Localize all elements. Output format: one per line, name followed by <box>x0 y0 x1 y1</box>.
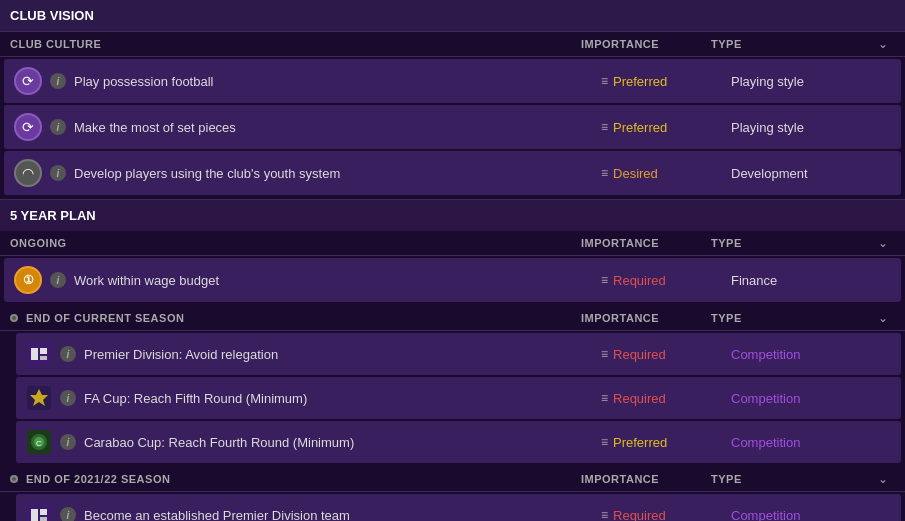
importance-icon-eos-2: ≡ <box>601 391 608 405</box>
type-value-2: Playing style <box>731 120 891 135</box>
info-icon-2[interactable]: i <box>50 119 66 135</box>
importance-value-2021-1: Required <box>613 508 666 522</box>
table-row: i FA Cup: Reach Fifth Round (Minimum) ≡ … <box>16 377 901 419</box>
eos-rows: i Premier Division: Avoid relegation ≡ R… <box>0 333 905 463</box>
svg-rect-2 <box>40 348 47 354</box>
type-header-4: TYPE <box>711 473 871 485</box>
svg-rect-12 <box>40 509 47 515</box>
eos-dot <box>10 314 18 322</box>
info-icon-eos-1[interactable]: i <box>60 346 76 362</box>
row-label-1: Play possession football <box>74 74 601 89</box>
chevron-4[interactable]: ⌄ <box>871 472 895 486</box>
svg-rect-10 <box>27 503 51 521</box>
info-icon-eos-3[interactable]: i <box>60 434 76 450</box>
carabao-badge: C <box>26 429 52 455</box>
chevron-1[interactable]: ⌄ <box>871 37 895 51</box>
importance-icon-eos-3: ≡ <box>601 435 608 449</box>
type-value-eos-2: Competition <box>731 391 891 406</box>
svg-rect-1 <box>31 348 38 360</box>
svg-rect-13 <box>40 517 47 521</box>
info-icon-2021-1[interactable]: i <box>60 507 76 521</box>
row-label-ongoing-1: Work within wage budget <box>74 273 601 288</box>
row-icon-ongoing-1: ① <box>14 266 42 294</box>
ongoing-label: ONGOING <box>10 237 581 249</box>
importance-badge-ongoing-1: ≡ Required <box>601 273 731 288</box>
importance-badge-1: ≡ Preferred <box>601 74 731 89</box>
row-label-eos-1: Premier Division: Avoid relegation <box>84 347 601 362</box>
info-icon-ongoing-1[interactable]: i <box>50 272 66 288</box>
end2021-column-headers: END OF 2021/22 SEASON IMPORTANCE TYPE ⌄ <box>0 467 905 492</box>
end-2021-section: END OF 2021/22 SEASON IMPORTANCE TYPE ⌄ … <box>0 467 905 521</box>
row-label-3: Develop players using the club's youth s… <box>74 166 601 181</box>
importance-header-1: IMPORTANCE <box>581 38 711 50</box>
importance-value-1: Preferred <box>613 74 667 89</box>
premier-badge <box>26 341 52 367</box>
end-of-current-season-section: END OF CURRENT SEASON IMPORTANCE TYPE ⌄ … <box>0 306 905 463</box>
importance-badge-2: ≡ Preferred <box>601 120 731 135</box>
importance-badge-eos-2: ≡ Required <box>601 391 731 406</box>
importance-value-3: Desired <box>613 166 658 181</box>
end2021-rows: i Become an established Premier Division… <box>0 494 905 521</box>
row-icon-1: ⟳ <box>14 67 42 95</box>
type-value-eos-3: Competition <box>731 435 891 450</box>
chevron-3[interactable]: ⌄ <box>871 311 895 325</box>
type-value-eos-1: Competition <box>731 347 891 362</box>
importance-value-eos-2: Required <box>613 391 666 406</box>
end2021-dot <box>10 475 18 483</box>
type-value-2021-1: Competition <box>731 508 891 522</box>
type-value-ongoing-1: Finance <box>731 273 891 288</box>
five-year-plan-title: 5 YEAR PLAN <box>10 208 96 223</box>
type-value-3: Development <box>731 166 891 181</box>
importance-badge-eos-1: ≡ Required <box>601 347 731 362</box>
eos-label: END OF CURRENT SEASON <box>26 312 581 324</box>
importance-icon-1: ≡ <box>601 74 608 88</box>
importance-badge-2021-1: ≡ Required <box>601 508 731 522</box>
info-icon-3[interactable]: i <box>50 165 66 181</box>
importance-value-eos-1: Required <box>613 347 666 362</box>
table-row: ◠ i Develop players using the club's you… <box>4 151 901 195</box>
table-row: i Become an established Premier Division… <box>16 494 901 521</box>
premier-badge-2 <box>26 502 52 521</box>
chevron-2[interactable]: ⌄ <box>871 236 895 250</box>
row-label-2: Make the most of set pieces <box>74 120 601 135</box>
table-row: i Premier Division: Avoid relegation ≡ R… <box>16 333 901 375</box>
type-header-3: TYPE <box>711 312 871 324</box>
importance-header-4: IMPORTANCE <box>581 473 711 485</box>
importance-header-3: IMPORTANCE <box>581 312 711 324</box>
row-label-eos-2: FA Cup: Reach Fifth Round (Minimum) <box>84 391 601 406</box>
info-icon-1[interactable]: i <box>50 73 66 89</box>
row-icon-3: ◠ <box>14 159 42 187</box>
club-culture-section: CLUB CULTURE IMPORTANCE TYPE ⌄ ⟳ i Play … <box>0 32 905 195</box>
row-label-2021-1: Become an established Premier Division t… <box>84 508 601 522</box>
end2021-label: END OF 2021/22 SEASON <box>26 473 581 485</box>
ongoing-section: ONGOING IMPORTANCE TYPE ⌄ ① i Work withi… <box>0 231 905 302</box>
info-icon-eos-2[interactable]: i <box>60 390 76 406</box>
ongoing-column-headers: ONGOING IMPORTANCE TYPE ⌄ <box>0 231 905 256</box>
importance-header-2: IMPORTANCE <box>581 237 711 249</box>
fa-cup-badge <box>26 385 52 411</box>
table-row: ⟳ i Play possession football ≡ Preferred… <box>4 59 901 103</box>
table-row: ⟳ i Make the most of set pieces ≡ Prefer… <box>4 105 901 149</box>
club-culture-column-headers: CLUB CULTURE IMPORTANCE TYPE ⌄ <box>0 32 905 57</box>
importance-value-ongoing-1: Required <box>613 273 666 288</box>
five-year-plan-header: 5 YEAR PLAN <box>0 199 905 231</box>
importance-value-eos-3: Preferred <box>613 435 667 450</box>
row-label-eos-3: Carabao Cup: Reach Fourth Round (Minimum… <box>84 435 601 450</box>
club-vision-title: CLUB VISION <box>10 8 94 23</box>
table-row: ① i Work within wage budget ≡ Required F… <box>4 258 901 302</box>
importance-icon-2: ≡ <box>601 120 608 134</box>
row-icon-2: ⟳ <box>14 113 42 141</box>
svg-rect-11 <box>31 509 38 521</box>
club-culture-rows: ⟳ i Play possession football ≡ Preferred… <box>0 59 905 195</box>
importance-icon-2021-1: ≡ <box>601 508 608 521</box>
svg-rect-3 <box>40 356 47 360</box>
type-header-1: TYPE <box>711 38 871 50</box>
type-value-1: Playing style <box>731 74 891 89</box>
eos-column-headers: END OF CURRENT SEASON IMPORTANCE TYPE ⌄ <box>0 306 905 331</box>
svg-rect-0 <box>27 342 51 366</box>
club-vision-header: CLUB VISION <box>0 0 905 32</box>
svg-text:C: C <box>36 439 42 448</box>
importance-value-2: Preferred <box>613 120 667 135</box>
type-header-2: TYPE <box>711 237 871 249</box>
importance-icon-ongoing-1: ≡ <box>601 273 608 287</box>
